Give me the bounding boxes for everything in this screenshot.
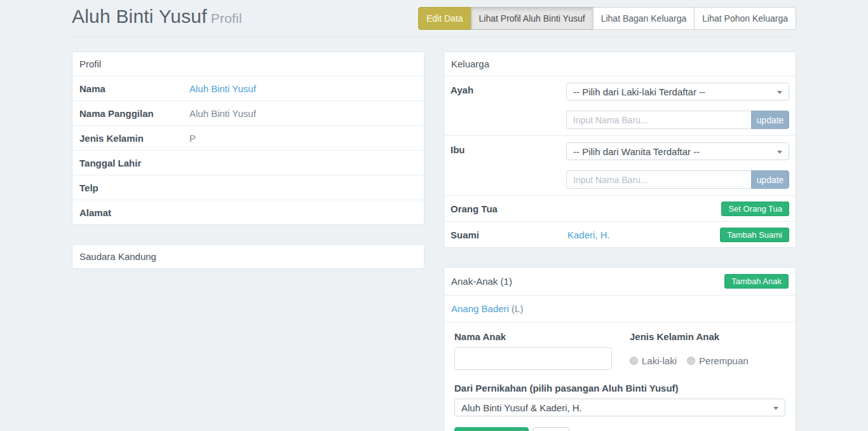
table-row: Nama Aluh Binti Yusuf	[72, 76, 424, 100]
anak-anak-panel: Anak-Anak (1) Tambah Anak Anang Baderi (…	[444, 267, 796, 431]
saudara-kandung-panel-title: Saudara Kandung	[79, 251, 156, 262]
telp-value	[189, 181, 424, 194]
dari-pernikahan-select-value: Aluh Binti Yusuf & Kaderi, H.	[461, 402, 582, 413]
ayah-update-button[interactable]: update	[751, 111, 789, 129]
ibu-nama-baru-input[interactable]	[566, 170, 751, 189]
jenis-kelamin-anak-label: Jenis Kelamin Anak	[630, 331, 785, 342]
child-gender-suffix: (L)	[509, 303, 524, 314]
alamat-value	[189, 206, 424, 219]
anak-anak-panel-title: Anak-Anak (1)	[451, 276, 512, 287]
ibu-row: Ibu -- Pilih dari Wanita Terdaftar -- up…	[444, 135, 796, 195]
right-column: Keluarga Ayah -- Pilih dari Laki-laki Te…	[444, 51, 796, 431]
nama-anak-label: Nama Anak	[454, 331, 612, 342]
radio-laki-laki[interactable]: Laki-laki	[630, 355, 677, 366]
keluarga-panel-title: Keluarga	[451, 58, 489, 69]
nama-anak-input[interactable]	[454, 347, 612, 370]
suami-label: Suami	[451, 229, 567, 240]
ayah-row: Ayah -- Pilih dari Laki-laki Terdaftar -…	[444, 76, 796, 135]
keluarga-panel: Keluarga Ayah -- Pilih dari Laki-laki Te…	[444, 51, 796, 248]
table-row: Nama Panggilan Aluh Binti Yusuf	[72, 100, 424, 125]
dari-pernikahan-label: Dari Pernikahan (pilih pasangan Aluh Bin…	[454, 383, 785, 393]
jenis-kelamin-value: P	[189, 127, 424, 150]
batal-button[interactable]: Batal	[532, 427, 569, 431]
tambah-anak-header-button[interactable]: Tambah Anak	[724, 274, 789, 289]
nama-value-link[interactable]: Aluh Binti Yusuf	[189, 83, 256, 94]
orang-tua-label: Orang Tua	[451, 203, 567, 214]
page-header: Aluh Binti YusufProfil Edit Data Lihat P…	[72, 0, 796, 31]
ayah-input-group: update	[566, 111, 789, 129]
ibu-update-button[interactable]: update	[751, 170, 789, 189]
profil-table: Nama Aluh Binti Yusuf Nama Panggilan Alu…	[72, 76, 424, 224]
chevron-down-icon	[777, 151, 782, 154]
radio-icon	[687, 357, 695, 365]
child-name-link[interactable]: Anang Baderi	[451, 303, 509, 314]
field-label-nama-panggilan: Nama Panggilan	[72, 102, 189, 125]
tanggal-lahir-value	[189, 156, 424, 169]
suami-row: Suami Kaderi, H. Tambah Suami	[444, 221, 796, 247]
table-row: Alamat	[72, 200, 424, 224]
lihat-bagan-keluarga-button[interactable]: Lihat Bagan Keluarga	[593, 7, 695, 30]
ibu-label: Ibu	[451, 142, 566, 189]
profil-panel: Profil Nama Aluh Binti Yusuf Nama Panggi…	[72, 51, 424, 225]
ayah-label: Ayah	[451, 83, 566, 129]
gender-radio-group: Laki-laki Perempuan	[630, 355, 785, 366]
ayah-select-value: -- Pilih dari Laki-laki Terdaftar --	[573, 86, 705, 97]
add-child-form: Nama Anak Jenis Kelamin Anak Laki-laki	[444, 322, 796, 431]
profil-panel-header: Profil	[72, 52, 424, 76]
radio-perempuan[interactable]: Perempuan	[687, 355, 749, 366]
chevron-down-icon	[773, 407, 778, 410]
orang-tua-row: Orang Tua Set Orang Tua	[444, 195, 796, 221]
ibu-select[interactable]: -- Pilih dari Wanita Terdaftar --	[566, 142, 789, 160]
field-label-alamat: Alamat	[72, 201, 189, 224]
field-label-tanggal-lahir: Tanggal Lahir	[72, 151, 189, 175]
radio-perempuan-label: Perempuan	[699, 355, 749, 366]
left-column: Profil Nama Aluh Binti Yusuf Nama Panggi…	[72, 51, 424, 288]
ayah-nama-baru-input[interactable]	[566, 111, 751, 129]
suami-value-link[interactable]: Kaderi, H.	[567, 229, 610, 240]
table-row: Telp	[72, 175, 424, 200]
field-label-nama: Nama	[72, 77, 189, 100]
field-label-jenis-kelamin: Jenis Kelamin	[72, 127, 189, 150]
chevron-down-icon	[777, 91, 782, 94]
tambah-suami-button[interactable]: Tambah Suami	[720, 228, 789, 242]
ayah-select[interactable]: -- Pilih dari Laki-laki Terdaftar --	[566, 83, 789, 100]
form-actions: Tambah Anak Batal	[454, 427, 785, 431]
radio-icon	[630, 357, 638, 365]
header-divider	[72, 37, 796, 38]
radio-laki-laki-label: Laki-laki	[642, 355, 677, 366]
ibu-select-value: -- Pilih dari Wanita Terdaftar --	[573, 146, 700, 157]
saudara-kandung-panel-header: Saudara Kandung	[72, 245, 424, 268]
set-orang-tua-button[interactable]: Set Orang Tua	[721, 202, 789, 216]
saudara-kandung-panel: Saudara Kandung	[72, 244, 424, 269]
nama-panggilan-value: Aluh Binti Yusuf	[189, 102, 424, 125]
edit-data-button[interactable]: Edit Data	[418, 7, 471, 30]
tambah-anak-submit-button[interactable]: Tambah Anak	[454, 427, 529, 431]
person-name: Aluh Binti Yusuf	[72, 6, 207, 27]
page-subtitle: Profil	[211, 11, 242, 25]
profil-panel-title: Profil	[79, 58, 101, 69]
table-row: Tanggal Lahir	[72, 150, 424, 175]
dari-pernikahan-select[interactable]: Aluh Binti Yusuf & Kaderi, H.	[454, 399, 785, 416]
table-row: Jenis Kelamin P	[72, 125, 424, 150]
page-container: Aluh Binti YusufProfil Edit Data Lihat P…	[72, 0, 796, 431]
lihat-profil-button[interactable]: Lihat Profil Aluh Binti Yusuf	[471, 7, 593, 30]
ibu-input-group: update	[566, 170, 789, 189]
anak-anak-panel-header: Anak-Anak (1) Tambah Anak	[444, 268, 796, 295]
lihat-pohon-keluarga-button[interactable]: Lihat Pohon Keluarga	[694, 7, 796, 30]
keluarga-panel-header: Keluarga	[444, 52, 796, 76]
list-item: Anang Baderi (L)	[444, 295, 796, 322]
view-toolbar: Edit Data Lihat Profil Aluh Binti Yusuf …	[418, 7, 796, 30]
field-label-telp: Telp	[72, 176, 189, 200]
page-title: Aluh Binti YusufProfil	[72, 4, 242, 31]
